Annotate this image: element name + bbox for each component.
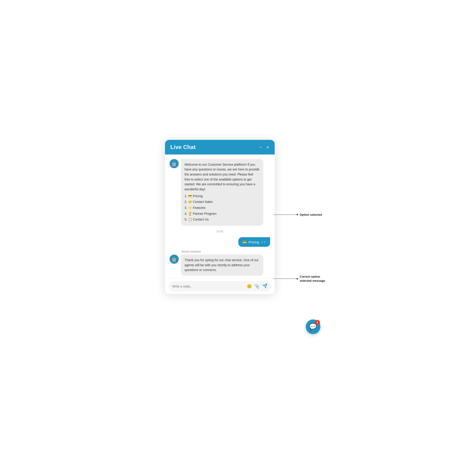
page-wrapper: Live Chat − × 🤖 Welcome to our Customer … (147, 135, 329, 341)
header-controls: − × (259, 145, 269, 150)
messages-area: 🤖 Welcome to our Customer Service platfo… (165, 154, 275, 278)
chat-fab-button[interactable]: 💬 1 (306, 320, 320, 334)
minimize-button[interactable]: − (259, 145, 262, 150)
annotation-line-1 (274, 215, 297, 215)
va-label: Virtual Assistant (181, 250, 270, 253)
chat-fab-badge: 1 (315, 320, 320, 325)
reply-input[interactable] (172, 285, 244, 288)
close-button[interactable]: × (266, 145, 269, 150)
annotation-option-selected: Option selected (274, 213, 326, 216)
robot-icon: 🤖 (171, 161, 177, 166)
annotation-line-2 (274, 279, 297, 279)
double-check-icon: ✓✓ (261, 240, 266, 244)
annotation-label-1: Option selected (300, 213, 322, 216)
chat-input-area: 🙂 📎 (165, 278, 275, 294)
list-item: 5. 📋 Contact Us (185, 217, 260, 222)
timestamp: 14:43 (170, 230, 270, 233)
bot-bubble-response: Thank you for opting for our chat servic… (181, 255, 263, 276)
input-row: 🙂 📎 (169, 281, 271, 291)
chat-header: Live Chat − × (165, 140, 275, 154)
robot-icon-2: 🤖 (171, 256, 177, 262)
annotation-dot-2 (297, 278, 298, 279)
annotation-correct-option: Correct option selected message (274, 275, 326, 283)
pricing-text: Pricing (249, 240, 259, 244)
annotation-dot-1 (297, 214, 298, 215)
options-menu: 1. 💳 Pricing 2. 🤝 Contact Sales 3. ⭐ Fea… (185, 193, 260, 222)
send-button[interactable] (262, 283, 267, 289)
pricing-emoji: 💳 (242, 240, 247, 244)
list-item: 2. 🤝 Contact Sales (185, 199, 260, 205)
bot-avatar-2: 🤖 (170, 255, 179, 264)
list-item: 4. 🏆 Partner Program (185, 211, 260, 217)
response-text: Thank you for opting for our chat servic… (185, 258, 259, 272)
list-item: 1. 💳 Pricing (185, 193, 260, 199)
chat-window: Live Chat − × 🤖 Welcome to our Customer … (165, 140, 275, 294)
user-message-pricing: 💳 Pricing ✓✓ (170, 237, 270, 247)
bot-avatar: 🤖 (170, 159, 179, 168)
list-item: 3. ⭐ Features (185, 205, 260, 211)
emoji-button[interactable]: 🙂 (247, 284, 252, 289)
welcome-text: Welcome to our Customer Service platform… (185, 163, 260, 191)
input-icons: 🙂 📎 (247, 283, 267, 289)
bot-message-response: 🤖 Thank you for opting for our chat serv… (170, 255, 270, 276)
annotation-label-2: Correct option selected message (300, 275, 325, 283)
attach-button[interactable]: 📎 (255, 284, 260, 289)
user-bubble-pricing: 💳 Pricing ✓✓ (238, 237, 270, 247)
bot-bubble-welcome: Welcome to our Customer Service platform… (181, 159, 263, 226)
chat-title: Live Chat (170, 144, 196, 150)
bot-message-welcome: 🤖 Welcome to our Customer Service platfo… (170, 159, 270, 226)
